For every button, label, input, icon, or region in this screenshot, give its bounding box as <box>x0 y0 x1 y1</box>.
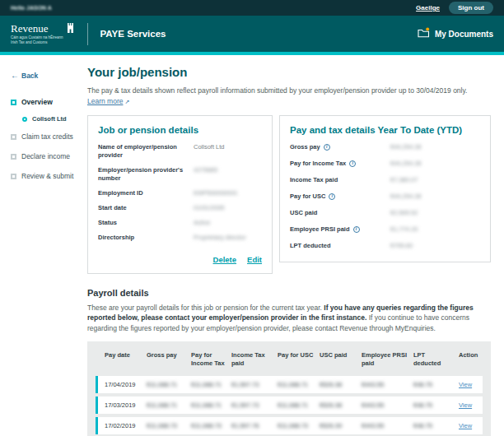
intro-text: The pay & tax details shown reflect payr… <box>87 86 491 107</box>
app-header: Revenue Cáin agus Custaim na hÉireann Ir… <box>0 16 504 52</box>
payroll-row: 17/03/2019 €11,088.71 €11,088.71 €1,597.… <box>96 397 483 414</box>
ytd-details-card: Pay and tax details Year To Date (YTD) G… <box>279 115 491 263</box>
sidebar-step-overview[interactable]: Overview <box>11 98 86 106</box>
job-details-card: Job or pension details Name of employer/… <box>87 115 273 274</box>
ytd-usc-paid: USC paid €2,505.52 <box>290 209 480 217</box>
logo-wordmark: Revenue <box>11 23 63 34</box>
sidebar-step-claim-tax-credits[interactable]: Claim tax credits <box>11 132 86 141</box>
info-icon[interactable]: i <box>349 160 356 167</box>
back-arrow-icon: ← <box>11 72 19 80</box>
castle-icon <box>66 21 75 36</box>
info-icon[interactable]: i <box>329 193 335 200</box>
header-divider <box>87 23 88 45</box>
payroll-section-title: Payroll details <box>87 288 491 298</box>
field-employer-name: Name of employer/pension provider Collso… <box>98 143 262 160</box>
revenue-logo: Revenue Cáin agus Custaim na hÉireann Ir… <box>11 23 75 45</box>
ytd-employee-prsi-paid: Employee PRSI paidi €1,774.20 <box>290 225 480 234</box>
payroll-row: 17/02/2019 €11,088.73 €11,088.73 €1,597.… <box>96 417 483 434</box>
wizard-sidebar: ← Back Overview Collsoft Ltd Claim tax c… <box>0 55 86 436</box>
user-greeting: Hello JASON A <box>11 5 52 11</box>
view-payslip-link[interactable]: View <box>459 401 472 409</box>
sidebar-step-review-submit[interactable]: Review & submit <box>11 172 86 180</box>
app-title: PAYE Services <box>100 29 166 39</box>
payroll-row: 17/04/2019 €11,088.71 €11,088.71 €1,597.… <box>96 376 483 393</box>
my-documents-button[interactable]: My Documents <box>418 26 493 41</box>
ytd-gross-pay: Gross payi €44,254.28 <box>290 143 480 151</box>
info-icon[interactable]: i <box>324 144 330 151</box>
payroll-table-header: Pay date Gross pay Pay for Income Tax In… <box>96 348 483 373</box>
sidebar-substep-collsoft-ltd[interactable]: Collsoft Ltd <box>22 115 86 123</box>
payroll-table: Pay date Gross pay Pay for Income Tax In… <box>87 341 491 436</box>
field-employer-number: Employer/pension provider's number 42756… <box>98 166 262 183</box>
view-payslip-link[interactable]: View <box>459 422 472 429</box>
job-card-title: Job or pension details <box>98 125 262 135</box>
step-square-icon <box>11 174 16 179</box>
external-link-icon: ↗ <box>124 98 129 107</box>
field-start-date: Start date 01/01/2005 <box>98 204 262 212</box>
top-utility-bar: Hello JASON A Gaeilge Sign out <box>0 0 504 16</box>
learn-more-link[interactable]: Learn more↗ <box>87 97 129 105</box>
sign-out-button[interactable]: Sign out <box>449 2 493 14</box>
delete-link[interactable]: Delete <box>213 255 237 264</box>
payroll-description: These are your payroll details for this … <box>87 303 491 334</box>
my-documents-label: My Documents <box>435 30 493 39</box>
folder-notification-icon <box>418 26 430 41</box>
edit-link[interactable]: Edit <box>247 255 262 264</box>
field-status: Status Active <box>98 219 262 227</box>
page-title: Your job/pension <box>87 65 491 79</box>
info-icon[interactable]: i <box>353 226 360 233</box>
ytd-lpt-deducted: LPT deducted €795.60 <box>290 242 480 250</box>
step-square-icon <box>11 100 16 105</box>
logo-subtitle: Cáin agus Custaim na hÉireann Irish Tax … <box>11 35 63 45</box>
step-square-icon <box>11 154 16 160</box>
view-payslip-link[interactable]: View <box>459 381 472 388</box>
field-employment-id: Employment ID EMP500000001 <box>98 189 262 197</box>
ytd-income-tax-paid: Income Tax paid €7,380.07 <box>290 176 480 184</box>
back-link[interactable]: ← Back <box>11 72 38 80</box>
language-toggle-link[interactable]: Gaeilge <box>416 4 440 12</box>
ytd-pay-for-usc: Pay for USCi €44,254.28 <box>290 192 480 201</box>
field-directorship: Directorship Proprietary director <box>98 234 262 242</box>
wizard-steps: Overview Collsoft Ltd Claim tax credits … <box>11 98 86 180</box>
ytd-pay-for-income-tax: Pay for Income Taxi €44,254.28 <box>290 160 480 168</box>
ytd-card-title: Pay and tax details Year To Date (YTD) <box>290 125 480 135</box>
step-square-icon <box>11 134 16 140</box>
sidebar-step-declare-income[interactable]: Declare income <box>11 152 86 160</box>
step-circle-icon <box>22 117 27 122</box>
